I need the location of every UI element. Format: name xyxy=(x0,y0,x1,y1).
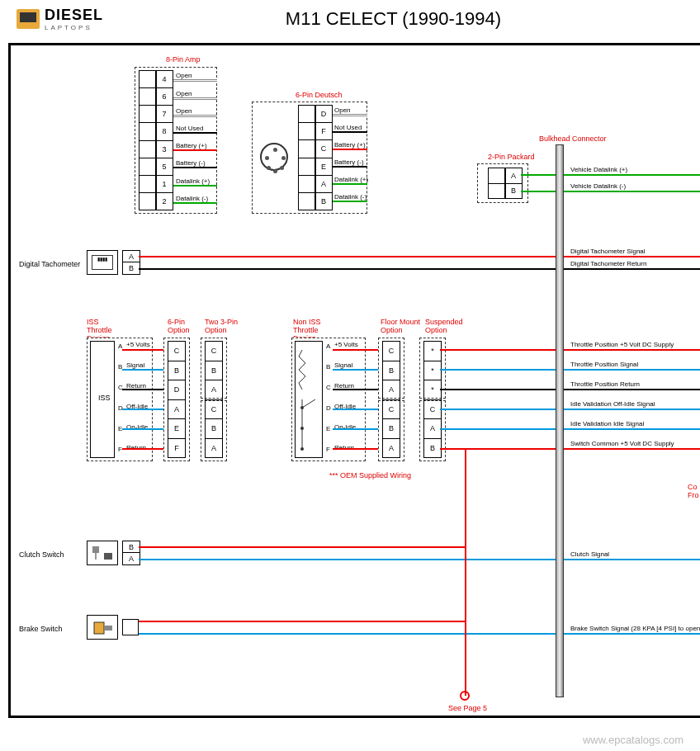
svg-line-4 xyxy=(302,399,315,408)
logo-icon xyxy=(17,9,40,29)
brand-logo: DIESEL LAPTOPS xyxy=(17,7,103,31)
deutsch6-pins-a xyxy=(298,105,316,210)
brand-subtitle: LAPTOPS xyxy=(45,24,103,31)
tach-label: Digital Tachometer xyxy=(19,260,80,268)
svg-rect-5 xyxy=(92,546,99,553)
svg-point-3 xyxy=(300,447,304,451)
svg-rect-6 xyxy=(104,553,112,560)
tach-icon: ▮▮▮▮ xyxy=(87,250,118,275)
brand-name: DIESEL xyxy=(45,7,103,23)
clutch-switch-icon xyxy=(87,541,118,565)
deutsch-plug-icon xyxy=(260,143,288,171)
diagram-frame: 8-Pin Amp 4 6 7 8 3 5 1 2 Open Open Open… xyxy=(8,43,700,718)
svg-rect-8 xyxy=(94,622,104,634)
deutsch6-title: 6-Pin Deutsch xyxy=(296,91,343,99)
bulkhead-title: Bulkhead Connector xyxy=(539,135,607,143)
packard2-title: 2-Pin Packard xyxy=(488,153,535,161)
page-link-ring xyxy=(460,691,470,701)
amp8-pins-a xyxy=(139,70,157,210)
deutsch6-pins-b: D F C E A B xyxy=(315,105,333,210)
watermark: www.epcatalogs.com xyxy=(583,734,683,746)
svg-rect-9 xyxy=(104,626,112,631)
amp8-pins-b: 4 6 7 8 3 5 1 2 xyxy=(155,70,173,210)
potentiometer-icon xyxy=(296,342,324,459)
brake-switch-icon xyxy=(87,615,118,640)
amp8-title: 8-Pin Amp xyxy=(166,55,201,64)
bulkhead-connector xyxy=(556,144,564,697)
oem-note: *** OEM Supplied Wiring xyxy=(329,471,411,479)
svg-point-2 xyxy=(300,427,304,430)
page-title: M11 CELECT (1990-1994) xyxy=(103,8,683,30)
